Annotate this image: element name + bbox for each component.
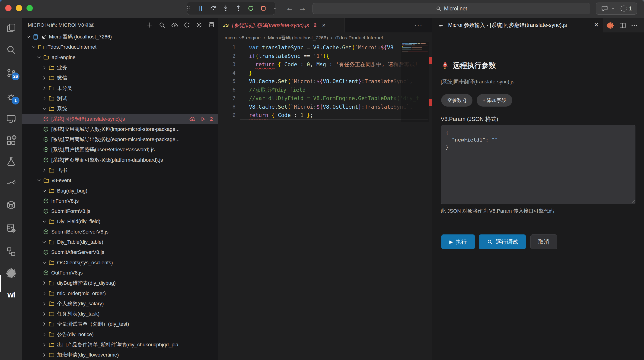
navigate-back-button[interactable]: ←: [285, 3, 295, 12]
tab-translate-sync[interactable]: JS [系统]同步翻译(translate-sync).js 2 ×: [218, 18, 345, 32]
cloud-upload-icon[interactable]: [189, 116, 196, 122]
chevron-right-icon[interactable]: [42, 291, 47, 296]
tree-item[interactable]: 个人薪资(diy_salary): [22, 299, 218, 309]
chevron-down-icon[interactable]: [42, 188, 47, 194]
tree-item[interactable]: [系统]用户找回密码(userRetrievePassword).js: [22, 145, 218, 155]
activity-item-debug[interactable]: 1: [6, 91, 17, 103]
activity-item-remote[interactable]: [6, 113, 17, 124]
step-over-icon[interactable]: [210, 5, 217, 12]
run-file-icon[interactable]: [200, 116, 206, 122]
tree-item[interactable]: api-engine: [22, 52, 218, 62]
chevron-right-icon[interactable]: [42, 321, 47, 327]
chevron-down-icon[interactable]: [36, 55, 42, 60]
code-editor[interactable]: 1var translateSync = V8.Cache.Get(`Micro…: [218, 43, 432, 119]
breadcrumb-item[interactable]: microi-v8-engine: [225, 35, 260, 40]
activity-item-starburst[interactable]: [6, 268, 17, 279]
cancel-button[interactable]: 取消: [530, 234, 557, 249]
minimap[interactable]: [401, 42, 429, 122]
refresh-icon[interactable]: [183, 21, 190, 29]
more-actions-icon[interactable]: [630, 21, 638, 29]
tree-item[interactable]: [系统]应用商城导入数据包(import-microi-store-packag…: [22, 124, 218, 134]
tree-item[interactable]: [系统]首页界面引擎数据源(platform-dashboard).js: [22, 155, 218, 165]
tree-item[interactable]: 出口产品备件清单_塑料件详情(diy_chukoucpbjqd_pla...: [22, 340, 218, 350]
tree-item[interactable]: 测试: [22, 93, 218, 103]
tree-item[interactable]: 任务列表(diy_task): [22, 309, 218, 319]
breadcrumb[interactable]: microi-v8-engine›Microi吾码 (localhost_726…: [225, 32, 429, 43]
tree-item[interactable]: SubmitBeforeServerV8.js: [22, 227, 218, 237]
tree-item[interactable]: InFormV8.js: [22, 196, 218, 206]
tree-item[interactable]: 微信: [22, 73, 218, 83]
chevron-down-icon[interactable]: [36, 178, 42, 183]
tree-item[interactable]: [系统]同步翻译(translate-sync).js 2: [22, 114, 218, 124]
tree-item[interactable]: mic_order(mic_order): [22, 288, 218, 298]
chevron-down-icon[interactable]: [42, 106, 47, 111]
chevron-right-icon[interactable]: [42, 167, 47, 173]
collapse-all-icon[interactable]: [208, 21, 215, 29]
activity-item-search[interactable]: [6, 44, 17, 55]
tree-item[interactable]: diyBug维护表(diy_diybug): [22, 278, 218, 288]
chevron-down-icon[interactable]: [42, 260, 47, 266]
tree-item[interactable]: 公告(diy_notice): [22, 330, 218, 340]
tree-item[interactable]: OsClients(sys_osclients): [22, 258, 218, 268]
tree-item[interactable]: Diy_Table(diy_table): [22, 237, 218, 247]
gear-icon[interactable]: [196, 21, 203, 29]
tab-close-icon[interactable]: ×: [322, 22, 326, 29]
chevron-small-icon[interactable]: [272, 5, 278, 12]
tree-item[interactable]: Bug(diy_bug): [22, 186, 218, 196]
activity-item-flow[interactable]: [6, 246, 17, 257]
tree-item[interactable]: 未分类: [22, 83, 218, 93]
copilot-quota-icon[interactable]: [620, 5, 626, 11]
activity-item-container[interactable]: [6, 199, 17, 211]
chevron-right-icon[interactable]: [42, 96, 47, 101]
restart-icon[interactable]: [247, 5, 254, 12]
tree-item[interactable]: OutFormV8.js: [22, 268, 218, 278]
step-into-icon[interactable]: [222, 5, 229, 12]
param-chip[interactable]: + 添加字段: [476, 94, 512, 107]
tree-item[interactable]: 加班申请(diy_flowovertime): [22, 350, 218, 360]
chevron-right-icon[interactable]: [42, 75, 47, 81]
chevron-down-icon[interactable]: [42, 239, 47, 245]
json-param-input[interactable]: { "newField1": "" }: [441, 125, 636, 204]
chevron-down-icon[interactable]: [26, 34, 31, 40]
step-debug-button[interactable]: 逐行调试: [479, 234, 526, 249]
tree-item[interactable]: 全量测试表单（勿删）(diy_test): [22, 319, 218, 329]
tree-item-server[interactable]: Microi吾码 (localhost_7266): [22, 32, 218, 42]
chevron-right-icon[interactable]: [42, 301, 47, 307]
chevron-right-icon[interactable]: [42, 332, 47, 337]
breadcrumb-item[interactable]: iTdos.Product.Internet: [335, 35, 383, 40]
chevron-down-icon[interactable]: [610, 6, 616, 11]
microi-starburst-icon[interactable]: [606, 21, 614, 29]
activity-item-source-control[interactable]: 26: [6, 67, 17, 78]
activity-item-fish[interactable]: [6, 177, 17, 188]
activity-item-extensions[interactable]: [6, 135, 17, 146]
chevron-right-icon[interactable]: [42, 85, 47, 91]
tree-item[interactable]: 飞书: [22, 165, 218, 175]
copilot-chat-icon[interactable]: [601, 5, 608, 12]
chevron-right-icon[interactable]: [42, 311, 47, 317]
chevron-right-icon[interactable]: [42, 352, 47, 358]
tree-item[interactable]: SubmitFormV8.js: [22, 206, 218, 216]
breadcrumb-item[interactable]: Microi吾码 (localhost_7266): [268, 34, 328, 41]
tree-item[interactable]: 业务: [22, 62, 218, 73]
tree-item[interactable]: SubmitAfterServerV8.js: [22, 247, 218, 257]
macos-maximize-button[interactable]: [26, 5, 33, 11]
cloud-download-icon[interactable]: [171, 21, 178, 29]
param-chip[interactable]: 空参数 {}: [441, 94, 472, 107]
macos-minimize-button[interactable]: [16, 5, 22, 11]
run-button[interactable]: ▶ 执行: [442, 234, 475, 249]
pause-icon[interactable]: [197, 5, 204, 12]
navigate-forward-button[interactable]: →: [297, 3, 308, 12]
tree-item[interactable]: [系统]应用商城导出数据包(export-microi-store-packag…: [22, 134, 218, 145]
split-editor-icon[interactable]: [619, 21, 626, 29]
step-out-icon[interactable]: [235, 5, 242, 12]
tree-item[interactable]: 系统: [22, 103, 218, 114]
command-center-search[interactable]: Microi.net: [312, 3, 590, 14]
chevron-right-icon[interactable]: [42, 280, 47, 286]
search-icon[interactable]: [158, 21, 166, 29]
tree-item[interactable]: iTdos.Product.Internet: [22, 42, 218, 52]
chevron-right-icon[interactable]: [42, 342, 47, 348]
tree-item[interactable]: Diy_Field(diy_field): [22, 216, 218, 227]
activity-item-beaker[interactable]: [6, 156, 17, 167]
activity-item-cpp-file[interactable]: [6, 223, 17, 234]
gripper-icon[interactable]: [185, 5, 192, 12]
